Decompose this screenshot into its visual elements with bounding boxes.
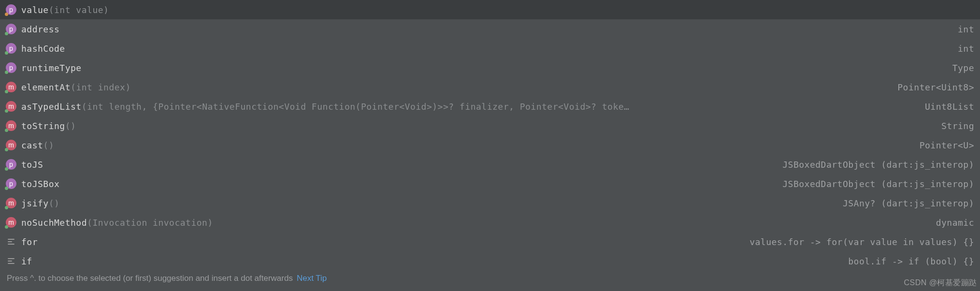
item-return-type: Pointer<Uint8>	[897, 82, 974, 92]
item-name: address	[21, 24, 59, 34]
item-params: ()	[49, 198, 60, 208]
item-return-type: JSBoxedDartObject (dart:js_interop)	[782, 179, 974, 189]
item-return-type: Pointer<U>	[920, 140, 974, 150]
completion-item[interactable]: p hashCode int	[0, 39, 980, 58]
item-params: (Invocation invocation)	[87, 218, 213, 228]
item-return-type: JSBoxedDartObject (dart:js_interop)	[782, 160, 974, 170]
item-name: noSuchMethod	[21, 218, 87, 228]
footer-bar: Press ^. to choose the selected (or firs…	[0, 271, 980, 288]
item-left: address	[21, 24, 943, 34]
item-left: noSuchMethod (Invocation invocation)	[21, 218, 922, 228]
item-params: (int length, {Pointer<NativeFunction<Voi…	[82, 102, 630, 112]
item-name: toJS	[21, 160, 43, 170]
item-params: ()	[65, 121, 76, 131]
footer-hint: Press ^. to choose the selected (or firs…	[7, 274, 293, 283]
item-left: hashCode	[21, 44, 943, 54]
method-icon: m	[6, 101, 16, 112]
property-icon: p	[6, 43, 16, 54]
property-icon: p	[6, 178, 16, 189]
completion-item[interactable]: p address int	[0, 19, 980, 39]
item-left: asTypedList (int length, {Pointer<Native…	[21, 102, 910, 112]
completion-popup: p value (int value) p address intp hashC…	[0, 0, 980, 291]
completion-item[interactable]: if bool.if -> if (bool) {}	[0, 251, 980, 271]
item-left: if	[21, 256, 834, 266]
method-icon: m	[6, 217, 16, 228]
item-name: elementAt	[21, 82, 71, 92]
property-icon: p	[6, 159, 16, 170]
completion-item[interactable]: for values.for -> for(var value in value…	[0, 232, 980, 251]
completion-item[interactable]: m elementAt (int index) Pointer<Uint8>	[0, 77, 980, 97]
completion-item[interactable]: m cast () Pointer<U>	[0, 135, 980, 155]
method-icon: m	[6, 120, 16, 131]
property-icon: p	[6, 24, 16, 34]
item-params: (int index)	[71, 82, 131, 92]
item-return-type: int	[958, 44, 974, 54]
item-left: for	[21, 237, 735, 247]
completion-item[interactable]: m toString () String	[0, 116, 980, 135]
item-name: for	[21, 237, 38, 247]
item-left: jsify ()	[21, 198, 828, 208]
item-return-type: JSAny? (dart:js_interop)	[843, 198, 974, 208]
item-name: toString	[21, 121, 65, 131]
completion-item[interactable]: p runtimeType Type	[0, 58, 980, 77]
item-left: toJS	[21, 160, 768, 170]
item-name: runtimeType	[21, 63, 82, 73]
completion-item[interactable]: m noSuchMethod (Invocation invocation) d…	[0, 213, 980, 232]
completion-item[interactable]: p toJSBox JSBoxedDartObject (dart:js_int…	[0, 174, 980, 193]
completion-item[interactable]: p value (int value)	[0, 0, 980, 19]
item-return-type: Type	[952, 63, 974, 73]
template-icon	[6, 256, 16, 266]
item-left: elementAt (int index)	[21, 82, 883, 92]
item-return-type: String	[941, 121, 974, 131]
item-left: value (int value)	[21, 5, 960, 15]
item-left: toJSBox	[21, 179, 768, 189]
item-return-type: Uint8List	[925, 102, 974, 112]
item-params: (int value)	[49, 5, 109, 15]
completion-item[interactable]: p toJS JSBoxedDartObject (dart:js_intero…	[0, 155, 980, 174]
item-name: jsify	[21, 198, 49, 208]
item-left: toString ()	[21, 121, 927, 131]
watermark: CSDN @柯基爱蹦跶	[904, 278, 977, 288]
item-return-type: int	[958, 24, 974, 34]
method-icon: m	[6, 140, 16, 150]
item-return-type: bool.if -> if (bool) {}	[848, 256, 974, 266]
item-name: value	[21, 5, 49, 15]
item-name: if	[21, 256, 32, 266]
property-icon: p	[6, 62, 16, 73]
item-params: ()	[43, 140, 54, 150]
item-left: cast ()	[21, 140, 905, 150]
item-name: asTypedList	[21, 102, 82, 112]
item-left: runtimeType	[21, 63, 938, 73]
property-icon: p	[6, 4, 16, 15]
item-name: cast	[21, 140, 43, 150]
item-return-type: values.for -> for(var value in values) {…	[749, 237, 974, 247]
next-tip-link[interactable]: Next Tip	[297, 274, 327, 283]
method-icon: m	[6, 82, 16, 92]
template-icon	[6, 236, 16, 247]
completion-item[interactable]: m asTypedList (int length, {Pointer<Nati…	[0, 97, 980, 116]
item-name: hashCode	[21, 44, 65, 54]
item-name: toJSBox	[21, 179, 59, 189]
completion-item[interactable]: m jsify () JSAny? (dart:js_interop)	[0, 193, 980, 213]
method-icon: m	[6, 198, 16, 208]
item-return-type: dynamic	[936, 218, 974, 228]
